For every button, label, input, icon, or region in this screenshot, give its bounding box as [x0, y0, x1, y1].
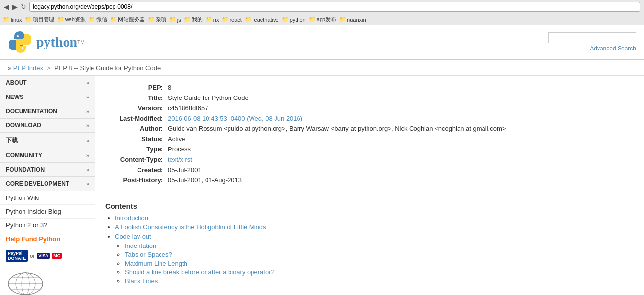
pep-last-modified-link[interactable]: 2016-06-08 10:43:53 -0400 (Wed, 08 Jun 2…	[168, 115, 302, 122]
sidebar-item-documentation[interactable]: DOCUMENTATION »	[0, 104, 95, 119]
contents-box: Contents Introduction A Foolish Consiste…	[105, 202, 634, 285]
back-button[interactable]: ◀	[4, 3, 9, 11]
list-item: Should a line break before or after a bi…	[125, 269, 634, 276]
sidebar-item-documentation-label: DOCUMENTATION	[6, 108, 57, 115]
folder-icon: 📁	[3, 16, 10, 23]
sidebar-item-community-label: COMMUNITY	[6, 152, 42, 159]
bookmark-server[interactable]: 📁 网站服务器	[110, 16, 145, 23]
sidebar-item-core-development-label: CORE DEVELOPMENT	[6, 180, 69, 187]
contents-tabs-spaces-link[interactable]: Tabs or Spaces?	[125, 251, 172, 258]
sidebar: ABOUT » NEWS » DOCUMENTATION » DOWNLOAD …	[0, 76, 95, 295]
contents-indentation-link[interactable]: Indentation	[125, 242, 156, 249]
contents-max-line-link[interactable]: Maximum Line Length	[125, 260, 187, 267]
bookmark-linux[interactable]: 📁 linux	[3, 16, 22, 23]
list-item: Blank Lines	[125, 277, 634, 285]
contents-list: Introduction A Foolish Consistency is th…	[105, 214, 634, 285]
contents-foolish-consistency-link[interactable]: A Foolish Consistency is the Hobgoblin o…	[115, 223, 266, 231]
bookmark-nx[interactable]: 📁 nx	[206, 16, 219, 23]
donate-or-label: or	[30, 253, 35, 259]
list-item: Tabs or Spaces?	[125, 251, 634, 258]
bookmark-app[interactable]: 📁 app发布	[309, 16, 336, 23]
chevron-right-icon: »	[86, 167, 89, 172]
reload-button[interactable]: ↻	[21, 3, 26, 11]
chevron-right-icon: »	[86, 138, 89, 144]
pep-number-row: PEP: 8	[106, 83, 633, 92]
python-snake-icon	[8, 30, 32, 54]
sidebar-item-download-cn[interactable]: 下载 »	[0, 133, 95, 148]
forward-button[interactable]: ▶	[12, 3, 18, 11]
bookmark-js[interactable]: 📁 js	[169, 16, 181, 23]
contents-code-layout-link[interactable]: Code lay-out	[115, 233, 151, 240]
chevron-right-icon: »	[86, 123, 89, 128]
sidebar-item-news[interactable]: NEWS »	[0, 90, 95, 104]
pep-created-row: Created: 05-Jul-2001	[106, 165, 633, 174]
pep-number-label: PEP:	[106, 83, 165, 92]
sidebar-item-community[interactable]: COMMUNITY »	[0, 148, 95, 163]
sidebar-item-foundation[interactable]: FOUNDATION »	[0, 163, 95, 177]
pep-version-row: Version: c451868df657	[106, 103, 633, 113]
folder-icon: 📁	[245, 16, 252, 23]
contents-blank-lines-link[interactable]: Blank Lines	[125, 277, 158, 285]
sidebar-link-python-insider-blog[interactable]: Python Insider Blog	[0, 205, 95, 219]
pep-meta-table: PEP: 8 Title: Style Guide for Python Cod…	[105, 82, 634, 186]
paypal-donate-icon[interactable]: PayPalDONATE	[6, 250, 28, 262]
python-logo: pythonTM	[8, 30, 85, 54]
bookmark-proj[interactable]: 📁 项目管理	[25, 16, 54, 23]
folder-icon: 📁	[25, 16, 32, 23]
contents-line-break-link[interactable]: Should a line break before or after a bi…	[125, 269, 275, 276]
pep-type-label: Type:	[106, 145, 165, 154]
pep-author-value: Guido van Rossum <guido at python.org>, …	[166, 124, 633, 133]
folder-icon: 📁	[282, 16, 289, 23]
main-layout: ABOUT » NEWS » DOCUMENTATION » DOWNLOAD …	[0, 76, 644, 295]
folder-icon: 📁	[339, 16, 346, 23]
pep-post-history-row: Post-History: 05-Jul-2001, 01-Aug-2013	[106, 175, 633, 185]
pep-status-value: Active	[166, 134, 633, 144]
sidebar-donate-area: PayPalDONATE or VISA MC	[0, 246, 95, 266]
list-item: Maximum Line Length	[125, 260, 634, 267]
pep-content-type-row: Content-Type: text/x-rst	[106, 155, 633, 164]
search-input[interactable]	[548, 32, 636, 43]
bookmark-nuanxin[interactable]: 📁 nuanxin	[339, 16, 366, 23]
sidebar-item-download-label: DOWNLOAD	[6, 122, 41, 129]
pep-last-modified-label: Last-Modified:	[106, 114, 165, 123]
folder-icon: 📁	[148, 16, 155, 23]
sidebar-item-news-label: NEWS	[6, 94, 23, 100]
bookmark-python[interactable]: 📁 python	[282, 16, 306, 23]
sidebar-globe-area: Non-English Resources	[0, 266, 95, 295]
chevron-right-icon: »	[86, 80, 89, 86]
pep-version-label: Version:	[106, 103, 165, 113]
contents-title: Contents	[105, 202, 634, 210]
sidebar-link-python-wiki[interactable]: Python Wiki	[0, 191, 95, 205]
advanced-search-link[interactable]: Advanced Search	[590, 45, 636, 52]
sidebar-link-help-fund-python[interactable]: Help Fund Python	[0, 232, 95, 246]
bookmark-react[interactable]: 📁 react	[222, 16, 241, 23]
chevron-right-icon: »	[86, 94, 89, 100]
search-area: Advanced Search	[548, 32, 636, 52]
pep-title-label: Title:	[106, 93, 165, 102]
pep-title-value: Style Guide for Python Code	[166, 93, 633, 102]
main-content: PEP: 8 Title: Style Guide for Python Cod…	[95, 76, 644, 295]
page-header: pythonTM Advanced Search	[0, 25, 644, 60]
pep-content-type-label: Content-Type:	[106, 155, 165, 164]
pep-author-label: Author:	[106, 124, 165, 133]
pep-type-value: Process	[166, 145, 633, 154]
pep-created-label: Created:	[106, 165, 165, 174]
contents-introduction-link[interactable]: Introduction	[115, 214, 148, 221]
bookmark-reactnative[interactable]: 📁 reactnative	[245, 16, 279, 23]
sidebar-item-download-cn-label: 下载	[6, 136, 18, 145]
pep-content-type-link[interactable]: text/x-rst	[168, 156, 192, 163]
breadcrumb-pep-index[interactable]: PEP Index	[13, 64, 43, 72]
bookmark-wechat[interactable]: 📁 微信	[89, 16, 107, 23]
pep-type-row: Type: Process	[106, 145, 633, 154]
bookmark-misc[interactable]: 📁 杂项	[148, 16, 166, 23]
sidebar-link-python-2-or-3[interactable]: Python 2 or 3?	[0, 219, 95, 232]
sidebar-item-core-development[interactable]: CORE DEVELOPMENT »	[0, 177, 95, 191]
pep-post-history-label: Post-History:	[106, 175, 165, 185]
breadcrumb-prefix: »	[8, 64, 13, 72]
bookmark-web[interactable]: 📁 web资源	[57, 16, 86, 23]
sidebar-item-about[interactable]: ABOUT »	[0, 76, 95, 90]
bookmark-mine[interactable]: 📁 我的	[184, 16, 203, 23]
sidebar-item-download[interactable]: DOWNLOAD »	[0, 119, 95, 133]
url-bar[interactable]	[29, 2, 640, 12]
breadcrumb-current: PEP 8 -- Style Guide for Python Code	[54, 64, 161, 72]
